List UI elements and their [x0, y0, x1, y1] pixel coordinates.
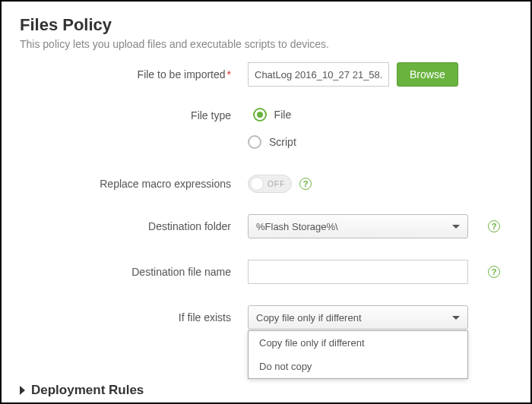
row-dest-filename: Destination file name ? [20, 260, 512, 284]
dropdown-if-exists[interactable]: Copy file only if different [248, 305, 468, 330]
required-asterisk: * [227, 68, 231, 80]
dropdown-dest-folder[interactable]: %Flash Storage%\ [248, 214, 468, 238]
label-text: File to be imported [138, 68, 226, 80]
dropdown-item-do-not-copy[interactable]: Do not copy [249, 355, 467, 378]
dropdown-if-exists-value: Copy file only if different [256, 312, 362, 324]
label-replace-macro: Replace macro expressions [20, 178, 248, 190]
row-dest-folder: Destination folder %Flash Storage%\ ? [20, 214, 512, 238]
label-dest-filename: Destination file name [20, 266, 248, 278]
label-file-type: File type [20, 108, 248, 122]
row-file-to-import: File to be imported* Browse [20, 62, 512, 87]
row-replace-macro: Replace macro expressions OFF ? [20, 175, 512, 193]
toggle-replace-macro[interactable]: OFF [248, 175, 292, 193]
section-deployment-rules-label: Deployment Rules [31, 383, 144, 398]
dropdown-dest-folder-value: %Flash Storage%\ [256, 221, 338, 232]
radio-icon-unselected [248, 135, 261, 149]
radio-icon-selected [253, 108, 267, 122]
dest-filename-input[interactable] [248, 260, 468, 284]
section-deployment-rules[interactable]: Deployment Rules [20, 383, 512, 398]
radio-script[interactable]: Script [248, 135, 296, 149]
disclosure-triangle-icon [20, 386, 25, 395]
row-file-type: File type File Script [20, 108, 512, 149]
radio-file-label: File [274, 109, 292, 121]
toggle-off-label: OFF [268, 180, 285, 188]
chevron-down-icon [452, 316, 460, 320]
help-icon[interactable]: ? [488, 220, 500, 232]
files-policy-panel: Files Policy This policy lets you upload… [0, 0, 532, 404]
dropdown-menu-if-exists: Copy file only if different Do not copy [248, 330, 468, 379]
page-title: Files Policy [20, 15, 512, 35]
dropdown-item-copy-if-different[interactable]: Copy file only if different [249, 331, 467, 355]
chevron-down-icon [452, 225, 460, 229]
row-if-exists: If file exists Copy file only if differe… [20, 305, 512, 330]
label-dest-folder: Destination folder [20, 220, 248, 232]
radio-script-label: Script [269, 136, 296, 148]
file-name-input[interactable] [248, 62, 389, 87]
radio-file[interactable]: File [253, 108, 292, 122]
help-icon[interactable]: ? [299, 178, 312, 190]
label-if-exists: If file exists [20, 311, 248, 324]
help-icon[interactable]: ? [488, 266, 500, 278]
browse-button[interactable]: Browse [397, 62, 458, 87]
page-subtitle: This policy lets you upload files and ex… [20, 38, 512, 50]
toggle-knob [250, 177, 264, 191]
label-file-to-import: File to be imported* [20, 68, 248, 80]
